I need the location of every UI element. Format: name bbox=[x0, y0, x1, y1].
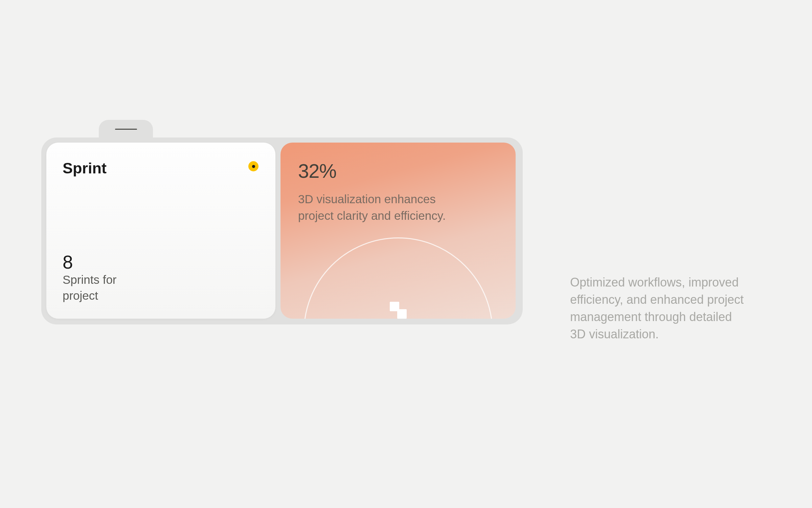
notch-handle bbox=[115, 129, 137, 130]
cubes-icon bbox=[386, 300, 410, 319]
visualization-card[interactable]: 32% 3D visualization enhances project cl… bbox=[280, 143, 516, 319]
dashboard-container: Sprint 8 Sprints for project 32% 3D visu… bbox=[41, 127, 523, 324]
viz-description: 3D visualization enhances project clarit… bbox=[298, 191, 474, 224]
sprint-label: Sprints for project bbox=[63, 272, 130, 304]
cards-wrapper: Sprint 8 Sprints for project 32% 3D visu… bbox=[41, 137, 523, 324]
sprint-card[interactable]: Sprint 8 Sprints for project bbox=[46, 143, 275, 319]
viz-percent: 32% bbox=[298, 160, 498, 182]
svg-rect-2 bbox=[397, 309, 407, 319]
status-dot-icon bbox=[248, 161, 258, 171]
sprint-count: 8 bbox=[63, 251, 73, 273]
browser-notch bbox=[99, 120, 153, 139]
sprint-title: Sprint bbox=[63, 160, 259, 177]
side-description: Optimized workflows, improved efficiency… bbox=[570, 274, 744, 343]
